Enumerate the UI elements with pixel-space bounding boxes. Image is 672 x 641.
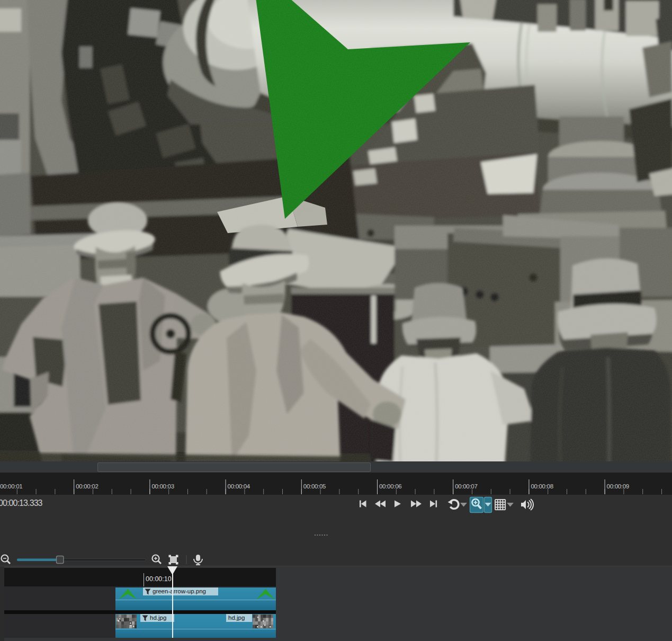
svg-text:00:00:05: 00:00:05 bbox=[303, 483, 326, 489]
svg-text:00:00:08: 00:00:08 bbox=[531, 483, 553, 489]
svg-text:00:00:06: 00:00:06 bbox=[379, 483, 401, 489]
svg-text:00:00:04: 00:00:04 bbox=[228, 483, 250, 489]
svg-text:00:00:07: 00:00:07 bbox=[455, 483, 477, 489]
svg-text:00:00:01: 00:00:01 bbox=[0, 483, 22, 489]
svg-text:00:00:03: 00:00:03 bbox=[151, 483, 174, 489]
svg-text:00:00:09: 00:00:09 bbox=[607, 483, 629, 489]
svg-text:00:00:02: 00:00:02 bbox=[76, 483, 98, 489]
